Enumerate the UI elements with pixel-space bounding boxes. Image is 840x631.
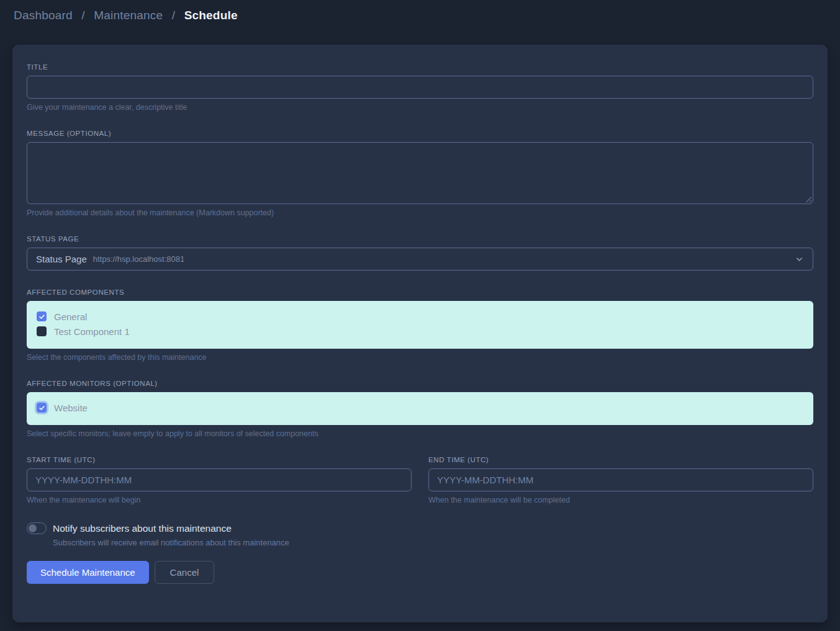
breadcrumb-dashboard[interactable]: Dashboard — [14, 9, 73, 22]
end-time-input[interactable] — [428, 468, 813, 491]
start-time-label: START TIME (UTC) — [27, 456, 412, 463]
affected-monitors-help-text: Select specific monitors; leave empty to… — [27, 429, 813, 438]
toggle-knob — [29, 524, 37, 532]
status-page-label: STATUS PAGE — [27, 235, 813, 243]
message-help-text: Provide additional details about the mai… — [27, 208, 813, 217]
component-option-test-component-1[interactable]: Test Component 1 — [37, 324, 803, 339]
notify-subscribers-label: Notify subscribers about this maintenanc… — [53, 523, 232, 534]
schedule-maintenance-form-card: TITLE Give your maintenance a clear, des… — [12, 45, 828, 622]
form-actions: Schedule Maintenance Cancel — [27, 561, 813, 584]
checkbox-checked-icon[interactable] — [37, 403, 47, 413]
message-field-group: MESSAGE (OPTIONAL) Provide additional de… — [27, 130, 813, 217]
component-option-label: General — [54, 311, 87, 322]
checkbox-checked-icon[interactable] — [37, 311, 47, 321]
status-page-selected-url: https://hsp.localhost:8081 — [93, 254, 184, 264]
start-time-field-group: START TIME (UTC) When the maintenance wi… — [27, 456, 412, 504]
component-option-label: Test Component 1 — [54, 326, 130, 337]
top-bar: Dashboard / Maintenance / Schedule — [0, 0, 840, 31]
cancel-button[interactable]: Cancel — [155, 561, 215, 584]
breadcrumb-separator: / — [172, 9, 175, 22]
message-label: MESSAGE (OPTIONAL) — [27, 130, 813, 137]
schedule-maintenance-button[interactable]: Schedule Maintenance — [27, 561, 149, 584]
title-help-text: Give your maintenance a clear, descripti… — [27, 103, 813, 112]
checkbox-unchecked-icon[interactable] — [37, 326, 47, 336]
breadcrumb-separator: / — [81, 9, 84, 22]
affected-monitors-field-group: AFFECTED MONITORS (OPTIONAL) Website Sel… — [27, 380, 813, 438]
end-time-field-group: END TIME (UTC) When the maintenance will… — [428, 456, 813, 504]
title-field-group: TITLE Give your maintenance a clear, des… — [27, 63, 813, 112]
monitor-option-website[interactable]: Website — [37, 400, 803, 415]
title-input[interactable] — [27, 76, 813, 99]
chevron-down-icon — [795, 254, 804, 264]
affected-components-field-group: AFFECTED COMPONENTS General Test Compone… — [27, 289, 813, 362]
breadcrumb: Dashboard / Maintenance / Schedule — [14, 9, 238, 22]
end-time-label: END TIME (UTC) — [428, 456, 813, 463]
start-time-help-text: When the maintenance will begin — [27, 496, 412, 504]
monitor-option-label: Website — [54, 403, 88, 413]
start-time-input[interactable] — [27, 468, 412, 491]
status-page-selected-name: Status Page — [36, 254, 87, 264]
affected-components-panel: General Test Component 1 — [27, 301, 813, 349]
notify-subscribers-toggle[interactable] — [27, 522, 47, 534]
status-page-select[interactable]: Status Page https://hsp.localhost:8081 — [27, 248, 813, 271]
affected-monitors-label: AFFECTED MONITORS (OPTIONAL) — [27, 380, 813, 387]
component-option-general[interactable]: General — [37, 309, 803, 324]
notify-subscribers-group: Notify subscribers about this maintenanc… — [27, 522, 813, 547]
breadcrumb-maintenance[interactable]: Maintenance — [94, 9, 163, 22]
affected-components-label: AFFECTED COMPONENTS — [27, 289, 813, 296]
status-page-field-group: STATUS PAGE Status Page https://hsp.loca… — [27, 235, 813, 271]
message-textarea[interactable] — [27, 142, 813, 204]
notify-subscribers-help-text: Subscribers will receive email notificat… — [53, 538, 813, 547]
end-time-help-text: When the maintenance will be completed — [428, 496, 813, 504]
title-label: TITLE — [27, 63, 813, 71]
affected-components-help-text: Select the components affected by this m… — [27, 353, 813, 362]
time-fields-row: START TIME (UTC) When the maintenance wi… — [27, 456, 813, 504]
affected-monitors-panel: Website — [27, 392, 813, 425]
breadcrumb-current-schedule: Schedule — [184, 9, 238, 22]
